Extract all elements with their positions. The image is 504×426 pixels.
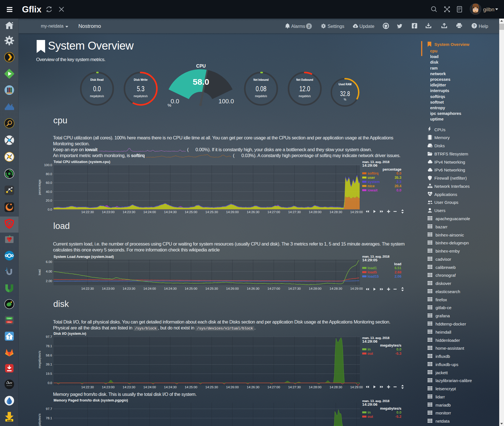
svg-text:2: 2 [308,24,310,28]
svg-text:?: ? [473,24,476,28]
svg-text:sab: sab [7,419,12,422]
svg-text:Online: Online [7,318,12,319]
svg-text:Alarms: Alarms [291,24,305,29]
svg-text:Help: Help [479,24,488,29]
svg-text:librarian: librarian [6,385,12,386]
svg-text:Settings: Settings [328,24,344,29]
svg-text:LAZY: LAZY [6,382,13,384]
svg-text:Gflix: Gflix [22,5,42,14]
svg-text:Update: Update [359,24,374,29]
svg-text:gilbn: gilbn [483,6,494,12]
svg-text:Offline: Offline [7,321,12,323]
